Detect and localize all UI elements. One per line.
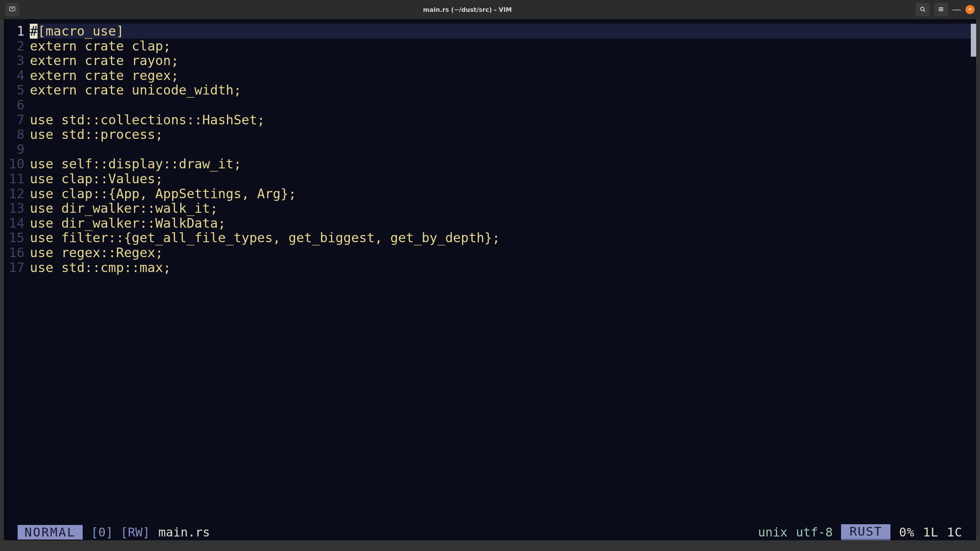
code-line[interactable]: use dir_walker::walk_it; xyxy=(30,201,976,216)
code-line[interactable]: #[macro_use] xyxy=(29,24,976,39)
hamburger-icon xyxy=(938,6,944,14)
line-number: 2 xyxy=(4,39,24,54)
window-title: main.rs (~/dust/src) - VIM xyxy=(19,6,916,13)
line-number: 9 xyxy=(4,142,24,157)
line-number: 1 xyxy=(4,24,24,39)
terminal-plus-icon xyxy=(9,6,16,14)
minimize-icon: — xyxy=(952,5,961,14)
line-number: 15 xyxy=(4,230,24,245)
line-number-gutter: 1234567891011121314151617 xyxy=(4,19,30,524)
status-percent: 0% xyxy=(899,525,915,540)
status-flags: [0] [RW] xyxy=(91,525,150,540)
line-number: 10 xyxy=(4,156,24,171)
code-line[interactable]: use clap::{App, AppSettings, Arg}; xyxy=(30,186,976,201)
status-encoding: utf-8 xyxy=(796,525,833,540)
code-line[interactable]: extern crate regex; xyxy=(30,68,976,83)
line-number: 17 xyxy=(4,260,24,275)
close-button[interactable] xyxy=(965,5,975,14)
scrollbar-thumb[interactable] xyxy=(971,24,976,57)
code-line[interactable] xyxy=(30,142,976,157)
code-line[interactable]: use std::process; xyxy=(30,127,976,142)
scrollbar-track[interactable] xyxy=(971,19,976,540)
status-language: RUST xyxy=(841,524,890,540)
line-number: 14 xyxy=(4,216,24,231)
line-number: 4 xyxy=(4,68,24,83)
line-number: 5 xyxy=(4,83,24,98)
code-line[interactable]: use self::display::draw_it; xyxy=(30,156,976,171)
status-line: 1L xyxy=(923,525,939,540)
line-number: 8 xyxy=(4,127,24,142)
editor-viewport[interactable]: 1234567891011121314151617 #[macro_use]ex… xyxy=(4,19,976,540)
line-number: 3 xyxy=(4,53,24,68)
line-number: 16 xyxy=(4,245,24,260)
code-line[interactable]: use filter::{get_all_file_types, get_big… xyxy=(30,230,976,245)
search-icon xyxy=(919,6,926,14)
line-number: 7 xyxy=(4,112,24,127)
vim-mode-indicator: NORMAL xyxy=(18,525,83,540)
status-fileformat: unix xyxy=(758,525,787,540)
code-line[interactable]: extern crate rayon; xyxy=(30,53,976,68)
menu-button[interactable] xyxy=(934,3,948,16)
window-titlebar: main.rs (~/dust/src) - VIM — xyxy=(0,0,980,19)
status-col: 1C xyxy=(947,525,962,540)
code-line[interactable]: use std::cmp::max; xyxy=(30,260,976,275)
new-terminal-button[interactable] xyxy=(5,3,19,16)
line-number: 6 xyxy=(4,98,24,112)
minimize-button[interactable]: — xyxy=(952,5,961,14)
vim-statusline: NORMAL [0] [RW] main.rs unix utf-8 RUST … xyxy=(4,524,976,540)
code-line[interactable]: use regex::Regex; xyxy=(30,245,976,260)
svg-point-1 xyxy=(921,7,924,10)
line-number: 11 xyxy=(4,171,24,186)
code-line[interactable]: use dir_walker::WalkData; xyxy=(30,216,976,231)
line-number: 13 xyxy=(4,201,24,216)
close-icon xyxy=(968,7,972,13)
status-filename: main.rs xyxy=(158,525,210,540)
search-button[interactable] xyxy=(916,3,929,16)
code-content[interactable]: #[macro_use]extern crate clap;extern cra… xyxy=(30,19,976,524)
code-line[interactable] xyxy=(30,98,976,112)
code-line[interactable]: use clap::Values; xyxy=(30,171,976,186)
code-line[interactable]: use std::collections::HashSet; xyxy=(30,112,976,127)
code-line[interactable]: extern crate clap; xyxy=(30,39,976,54)
code-line[interactable]: extern crate unicode_width; xyxy=(30,83,976,98)
cursor: # xyxy=(30,24,38,39)
terminal-frame: 1234567891011121314151617 #[macro_use]ex… xyxy=(0,19,980,551)
line-number: 12 xyxy=(4,186,24,201)
